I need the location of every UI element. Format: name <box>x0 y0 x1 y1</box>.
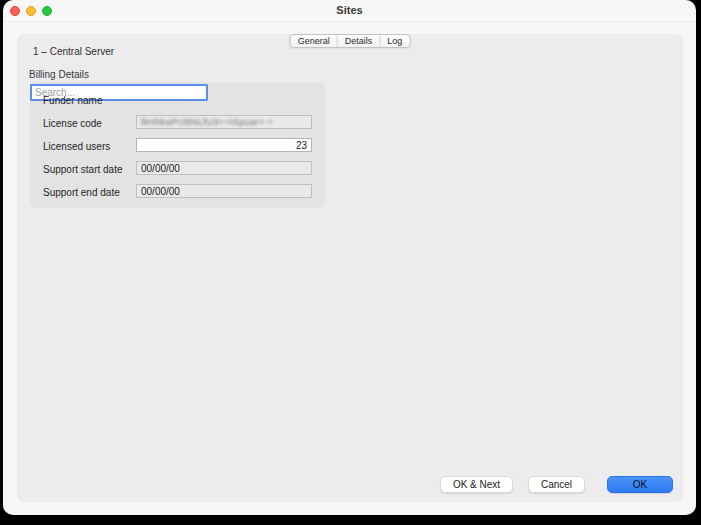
billing-details-label: Billing Details <box>29 69 89 80</box>
tab-log[interactable]: Log <box>379 35 409 47</box>
tab-details[interactable]: Details <box>337 35 380 47</box>
tab-bar: General Details Log <box>290 34 411 48</box>
support-start-date-value: 00/00/00 <box>141 163 180 174</box>
ok-and-next-button[interactable]: OK & Next <box>440 476 513 493</box>
support-end-date-value: 00/00/00 <box>141 186 180 197</box>
license-code-field[interactable]: lkHhbaPct9NLfU3++tSpuar+-+ <box>136 115 312 129</box>
support-end-date-field[interactable]: 00/00/00 <box>136 184 312 198</box>
site-heading: 1 – Central Server <box>33 46 114 57</box>
support-end-date-label: Support end date <box>43 187 120 198</box>
license-code-label: License code <box>43 118 102 129</box>
billing-details-group: Funder name License code lkHhbaPct9NLfU3… <box>30 82 325 208</box>
support-start-date-field[interactable]: 00/00/00 <box>136 161 312 175</box>
funder-name-label: Funder name <box>43 95 102 106</box>
licensed-users-value: 23 <box>296 140 307 151</box>
licensed-users-field[interactable]: 23 <box>136 138 312 152</box>
content-panel: General Details Log 1 – Central Server B… <box>17 34 683 502</box>
support-start-date-label: Support start date <box>43 164 123 175</box>
ok-button[interactable]: OK <box>607 476 673 493</box>
titlebar: Sites <box>3 0 696 22</box>
licensed-users-label: Licensed users <box>43 141 110 152</box>
tab-general[interactable]: General <box>291 35 337 47</box>
window-title: Sites <box>3 4 696 16</box>
cancel-button[interactable]: Cancel <box>528 476 585 493</box>
sites-window: Sites General Details Log 1 – Central Se… <box>3 0 696 515</box>
license-code-value-blurred: lkHhbaPct9NLfU3++tSpuar+-+ <box>141 117 273 127</box>
